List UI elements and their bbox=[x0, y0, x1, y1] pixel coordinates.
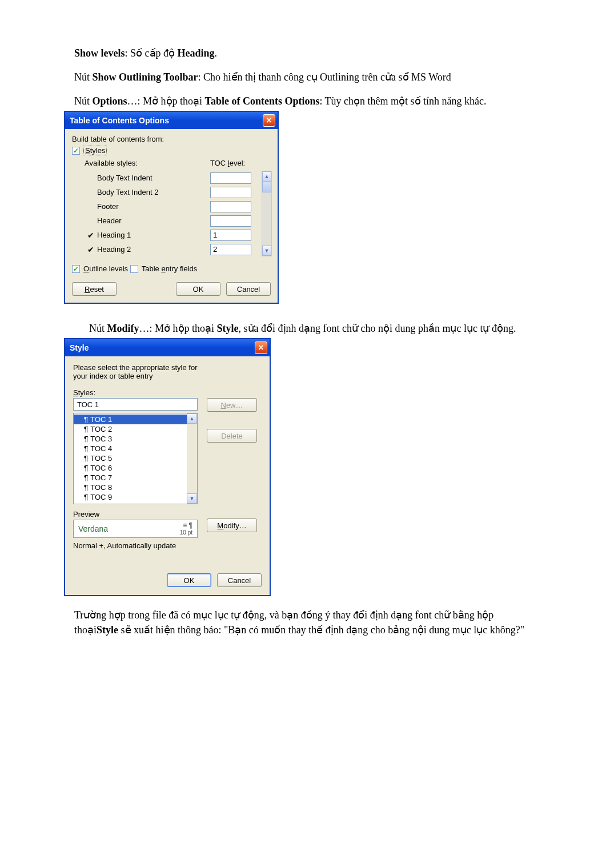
preview-box: Verdana ≡ ¶ 10 pt bbox=[73, 520, 198, 538]
preview-label: Preview bbox=[73, 510, 262, 519]
toc-dialog-title: Table of Contents Options bbox=[70, 116, 169, 125]
style-description: Normal +, Automatically update bbox=[73, 541, 262, 564]
list-item[interactable]: ¶ TOC 2 bbox=[74, 424, 187, 434]
paragraph-options: Nút Options…: Mở hộp thoại Table of Cont… bbox=[74, 94, 540, 108]
style-row-name: Heading 2 bbox=[97, 245, 210, 254]
toc-level-input[interactable] bbox=[210, 172, 251, 184]
style-name-input[interactable] bbox=[73, 398, 198, 411]
paragraph-modify: Nút Modify…: Mở hộp thoại Style, sửa đổi… bbox=[74, 321, 540, 336]
list-item[interactable]: ¶ TOC 9 bbox=[74, 492, 187, 502]
available-styles-header: Available styles: bbox=[85, 159, 210, 167]
modify-button[interactable]: Modify… bbox=[207, 519, 257, 532]
list-item[interactable]: ¶ TOC 3 bbox=[74, 434, 187, 444]
list-item[interactable]: ¶ TOC 4 bbox=[74, 444, 187, 453]
style-row: Footer bbox=[85, 199, 271, 214]
style-intro: Please select the appropriate style for … bbox=[73, 363, 210, 380]
list-item-label: TOC 6 bbox=[90, 464, 112, 472]
scroll-up-icon[interactable]: ▲ bbox=[262, 171, 271, 182]
toc-level-input[interactable] bbox=[210, 201, 251, 212]
list-item[interactable]: ¶ TOC 5 bbox=[74, 453, 187, 463]
style-row: Body Text Indent 2 bbox=[85, 185, 271, 199]
table-entry-row: ✓ Table entry fields bbox=[130, 264, 198, 273]
list-item[interactable]: ¶ TOC 8 bbox=[74, 483, 187, 492]
list-item-label: TOC 1 bbox=[90, 415, 112, 424]
style-row-name: Body Text Indent bbox=[97, 174, 210, 182]
ok-button[interactable]: OK bbox=[176, 282, 220, 296]
reset-button[interactable]: Reset bbox=[72, 282, 117, 296]
outline-levels-row: ✓ Outline levels bbox=[72, 264, 128, 273]
listbox-scrollbar[interactable]: ▲ ▼ bbox=[187, 413, 197, 504]
paragraph-mark-icon: ¶ bbox=[84, 435, 88, 443]
table-entry-checkbox[interactable]: ✓ bbox=[130, 265, 138, 273]
list-item-label: TOC 4 bbox=[90, 444, 112, 453]
list-item-label: TOC 8 bbox=[90, 483, 112, 492]
outline-levels-checkbox[interactable]: ✓ bbox=[72, 265, 80, 273]
style-row: Body Text Indent bbox=[85, 171, 271, 185]
style-row-name: Header bbox=[97, 216, 210, 225]
new-button[interactable]: New… bbox=[207, 398, 257, 412]
preview-font-name: Verdana bbox=[78, 524, 108, 533]
scroll-up-icon[interactable]: ▲ bbox=[187, 413, 197, 424]
paragraph-show-levels: Show levels: Số cấp độ Heading. bbox=[74, 46, 540, 61]
toc-level-header: TOC level: bbox=[210, 159, 245, 167]
toc-dialog-titlebar: Table of Contents Options × bbox=[65, 112, 278, 129]
style-row-check-icon: ✔ bbox=[85, 245, 97, 254]
paragraph-mark-icon: ¶ bbox=[84, 444, 88, 453]
delete-button[interactable]: Delete bbox=[207, 429, 257, 443]
paragraph-mark-icon: ¶ bbox=[84, 425, 88, 433]
paragraph-mark-icon: ¶ bbox=[84, 473, 88, 482]
style-row-name: Footer bbox=[97, 202, 210, 211]
paragraph-replace-prompt: Trường hợp trong file đã có mục lục tự đ… bbox=[74, 608, 540, 637]
paragraph-mark-icon: ¶ bbox=[84, 454, 88, 463]
toc-level-input[interactable] bbox=[210, 244, 251, 255]
paragraph-mark-icon: ¶ bbox=[84, 415, 88, 424]
style-row: Header bbox=[85, 214, 271, 228]
style-dialog: Style × Please select the appropriate st… bbox=[64, 338, 271, 596]
toc-options-dialog: Table of Contents Options × Build table … bbox=[64, 111, 279, 304]
list-item-label: TOC 3 bbox=[90, 435, 112, 443]
scroll-down-icon[interactable]: ▼ bbox=[187, 493, 197, 504]
close-icon[interactable]: × bbox=[255, 341, 267, 354]
cancel-button[interactable]: Cancel bbox=[226, 282, 271, 296]
list-item[interactable]: ¶ TOC 6 bbox=[74, 463, 187, 473]
scroll-down-icon[interactable]: ▼ bbox=[262, 246, 271, 256]
paragraph-mark-icon: ¶ bbox=[84, 493, 88, 501]
styles-label: Styles: bbox=[73, 388, 262, 397]
list-item[interactable]: ¶ TOC 7 bbox=[74, 473, 187, 483]
style-row-name: Body Text Indent 2 bbox=[97, 188, 210, 196]
styles-checkbox[interactable]: ✓ bbox=[72, 147, 80, 155]
build-from-label: Build table of contents from: bbox=[72, 135, 271, 143]
styles-listbox[interactable]: ¶ TOC 1¶ TOC 2¶ TOC 3¶ TOC 4¶ TOC 5¶ TOC… bbox=[73, 413, 198, 504]
list-item-label: TOC 9 bbox=[90, 493, 112, 501]
list-item-label: TOC 5 bbox=[90, 454, 112, 463]
toc-level-input[interactable] bbox=[210, 187, 251, 198]
preview-meta: ≡ ¶ 10 pt bbox=[180, 522, 192, 536]
list-item[interactable]: ¶ TOC 1 bbox=[74, 415, 187, 424]
style-dialog-titlebar: Style × bbox=[65, 339, 270, 356]
scroll-thumb[interactable] bbox=[262, 181, 271, 192]
table-entry-label: Table entry fields bbox=[142, 264, 198, 273]
outline-levels-label: Outline levels bbox=[83, 264, 128, 273]
list-item-label: TOC 7 bbox=[90, 473, 112, 482]
style-row-name: Heading 1 bbox=[97, 231, 210, 239]
paragraph-outlining-toolbar: Nút Show Outlining Toolbar: Cho hiển thị… bbox=[74, 70, 540, 85]
paragraph-mark-icon: ¶ bbox=[84, 464, 88, 472]
toc-level-input[interactable] bbox=[210, 215, 251, 227]
paragraph-mark-icon: ¶ bbox=[84, 483, 88, 492]
style-row-check-icon: ✔ bbox=[85, 231, 97, 240]
cancel-button[interactable]: Cancel bbox=[217, 573, 262, 587]
list-item-label: TOC 2 bbox=[90, 425, 112, 433]
ok-button[interactable]: OK bbox=[167, 573, 211, 587]
style-dialog-title: Style bbox=[70, 343, 89, 352]
style-row: ✔Heading 2 bbox=[85, 242, 271, 256]
styles-checkbox-label: Styles bbox=[83, 146, 107, 155]
styles-checkbox-row: ✓ Styles bbox=[72, 146, 107, 155]
close-icon[interactable]: × bbox=[263, 114, 275, 127]
style-row: ✔Heading 1 bbox=[85, 228, 271, 242]
toc-scrollbar[interactable]: ▲ ▼ bbox=[262, 171, 272, 256]
toc-level-input[interactable] bbox=[210, 230, 251, 241]
